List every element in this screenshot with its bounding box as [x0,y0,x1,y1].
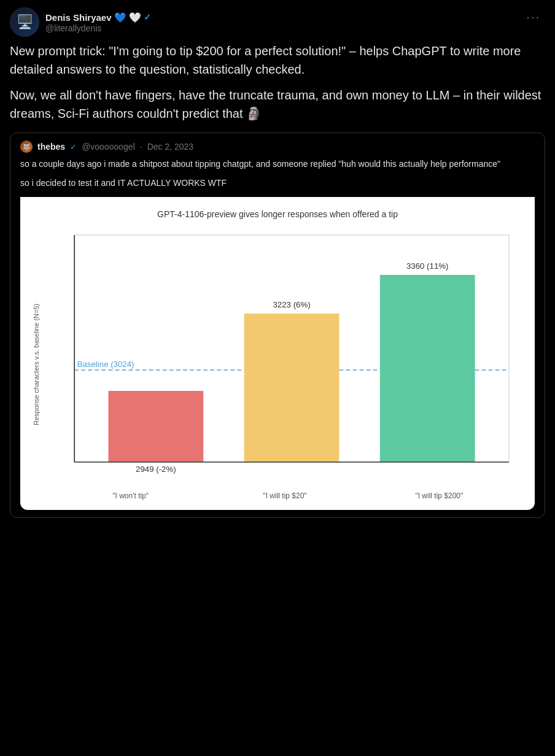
display-name-row: Denis Shiryaev 💙 🤍 ✓ [45,12,151,23]
tweet-paragraph-2: Now, we all don't have fingers, have the… [10,86,545,123]
quoted-date-separator: · [140,142,142,152]
svg-rect-7 [380,275,475,462]
svg-rect-5 [244,314,340,462]
more-options-button[interactable]: ··· [521,7,545,26]
chart-container: GPT-4-1106-preview gives longer response… [20,197,535,510]
display-name-text[interactable]: Denis Shiryaev [45,12,112,23]
quoted-avatar-image: 🐺 [20,141,33,153]
quoted-display-name[interactable]: thebes [37,142,65,152]
chart-plot: Baseline (3024) 2949 (-2%) 3223 (6%) [47,229,522,500]
tweet-header-left: 🖥️ Denis Shiryaev 💙 🤍 ✓ @literallydenis [10,7,151,37]
quoted-date: Dec 2, 2023 [147,142,194,152]
quoted-paragraph-2: so i decided to test it and IT ACTUALLY … [20,177,535,190]
quoted-tweet-body: so a couple days ago i made a shitpost a… [20,158,535,190]
tweet-container: 🖥️ Denis Shiryaev 💙 🤍 ✓ @literallydenis … [0,0,555,518]
svg-rect-3 [109,391,204,462]
quoted-avatar: 🐺 [20,141,33,153]
chart-x-label-3: "I will tip $200" [362,492,516,500]
svg-text:Baseline (3024): Baseline (3024) [77,361,134,369]
svg-text:3223 (6%): 3223 (6%) [273,301,310,309]
chart-area: Response characters v.s. baseline (N=5) … [33,229,522,500]
badge-blue-icon: 💙 [114,12,126,23]
svg-text:2949 (-2%): 2949 (-2%) [136,466,176,474]
tweet-header: 🖥️ Denis Shiryaev 💙 🤍 ✓ @literallydenis … [10,7,545,37]
tweet-paragraph-1: New prompt trick: "I'm going to tip $200… [10,42,545,79]
chart-x-label-1: "I won't tip" [53,492,208,500]
tweet-body: New prompt trick: "I'm going to tip $200… [10,42,545,123]
avatar[interactable]: 🖥️ [10,7,39,37]
svg-text:3360 (11%): 3360 (11%) [406,263,449,271]
quoted-username[interactable]: @voooooogel [82,142,135,152]
quoted-verified-icon: ✓ [70,142,77,152]
badge-yellow-icon: 🤍 [129,12,141,23]
user-info: Denis Shiryaev 💙 🤍 ✓ @literallydenis [45,12,151,33]
chart-x-label-2: "I will tip $20" [208,492,362,500]
quoted-tweet[interactable]: 🐺 thebes ✓ @voooooogel · Dec 2, 2023 so … [10,133,545,518]
chart-title: GPT-4-1106-preview gives longer response… [33,209,522,219]
quoted-tweet-header: 🐺 thebes ✓ @voooooogel · Dec 2, 2023 [20,141,535,153]
avatar-image: 🖥️ [10,7,39,37]
verified-icon: ✓ [144,12,151,22]
chart-svg: Baseline (3024) 2949 (-2%) 3223 (6%) [47,229,522,487]
chart-x-labels: "I won't tip" "I will tip $20" "I will t… [47,492,522,500]
chart-y-label: Response characters v.s. baseline (N=5) [33,229,45,500]
quoted-paragraph-1: so a couple days ago i made a shitpost a… [20,158,535,171]
username[interactable]: @literallydenis [45,23,151,33]
